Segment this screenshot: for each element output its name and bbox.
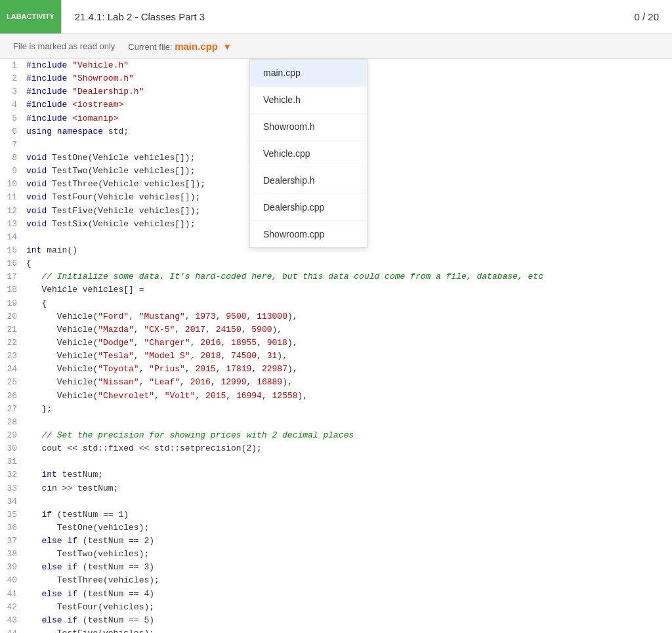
lab-badge: LAB ACTIVITY: [0, 0, 61, 33]
dropdown-item-dealership-h[interactable]: Dealership.h: [250, 167, 367, 194]
table-row: 22 Vehicle("Dodge", "Charger", 2016, 189…: [0, 337, 672, 350]
readonly-label: File is marked as read only: [13, 41, 115, 51]
main-area: 1 #include "Vehicle.h" 2 #include "Showr…: [0, 59, 672, 633]
table-row: 26 Vehicle("Chevrolet", "Volt", 2015, 16…: [0, 390, 672, 403]
header: LAB ACTIVITY 21.4.1: Lab 2 - Classes Par…: [0, 0, 672, 34]
table-row: 43 else if (testNum == 5): [0, 614, 672, 627]
table-row: 23 Vehicle("Tesla", "Model S", 2018, 745…: [0, 350, 672, 363]
table-row: 25 Vehicle("Nissan", "Leaf", 2016, 12999…: [0, 376, 672, 389]
table-row: 33 cin >> testNum;: [0, 482, 672, 495]
current-file-label-text: Current file: main.cpp ▼: [128, 41, 231, 52]
header-score: 0 / 20: [634, 11, 672, 22]
table-row: 17 // Initialize some data. It's hard-co…: [0, 270, 672, 283]
table-row: 35 if (testNum == 1): [0, 508, 672, 521]
dropdown-item-showroom-cpp[interactable]: Showroom.cpp: [250, 221, 367, 247]
table-row: 28: [0, 416, 672, 429]
table-row: 29 // Set the precision for showing pric…: [0, 429, 672, 442]
table-row: 16 {: [0, 257, 672, 270]
table-row: 19 {: [0, 297, 672, 310]
table-row: 18 Vehicle vehicles[] =: [0, 283, 672, 296]
dropdown-item-vehicle-cpp[interactable]: Vehicle.cpp: [250, 140, 367, 167]
dropdown-item-dealership-cpp[interactable]: Dealership.cpp: [250, 194, 367, 221]
header-title: 21.4.1: Lab 2 - Classes Part 3: [62, 11, 635, 22]
table-row: 34: [0, 495, 672, 508]
toolbar: File is marked as read only Current file…: [0, 34, 672, 59]
table-row: 31: [0, 455, 672, 468]
table-row: 38 TestTwo(vehicles);: [0, 548, 672, 561]
table-row: 21 Vehicle("Mazda", "CX-5", 2017, 24150,…: [0, 323, 672, 337]
table-row: 37 else if (testNum == 2): [0, 535, 672, 548]
table-row: 32 int testNum;: [0, 468, 672, 481]
table-row: 20 Vehicle("Ford", "Mustang", 1973, 9500…: [0, 310, 672, 323]
table-row: 27 };: [0, 403, 672, 416]
file-dropdown-arrow[interactable]: ▼: [223, 42, 232, 52]
dropdown-item-showroom-h[interactable]: Showroom.h: [250, 113, 367, 140]
dropdown-item-vehicle-h[interactable]: Vehicle.h: [250, 87, 367, 113]
table-row: 36 TestOne(vehicles);: [0, 521, 672, 535]
dropdown-item-main-cpp[interactable]: main.cpp: [250, 60, 367, 87]
table-row: 42 TestFour(vehicles);: [0, 601, 672, 614]
table-row: 39 else if (testNum == 3): [0, 561, 672, 574]
current-file-name[interactable]: main.cpp: [175, 41, 218, 52]
table-row: 24 Vehicle("Toyota", "Prius", 2015, 1781…: [0, 363, 672, 376]
table-row: 30 cout << std::fixed << std::setprecisi…: [0, 442, 672, 455]
file-dropdown[interactable]: main.cpp Vehicle.h Showroom.h Vehicle.cp…: [249, 59, 368, 248]
table-row: 44 TestFive(vehicles);: [0, 627, 672, 633]
table-row: 41 else if (testNum == 4): [0, 588, 672, 601]
table-row: 40 TestThree(vehicles);: [0, 574, 672, 587]
